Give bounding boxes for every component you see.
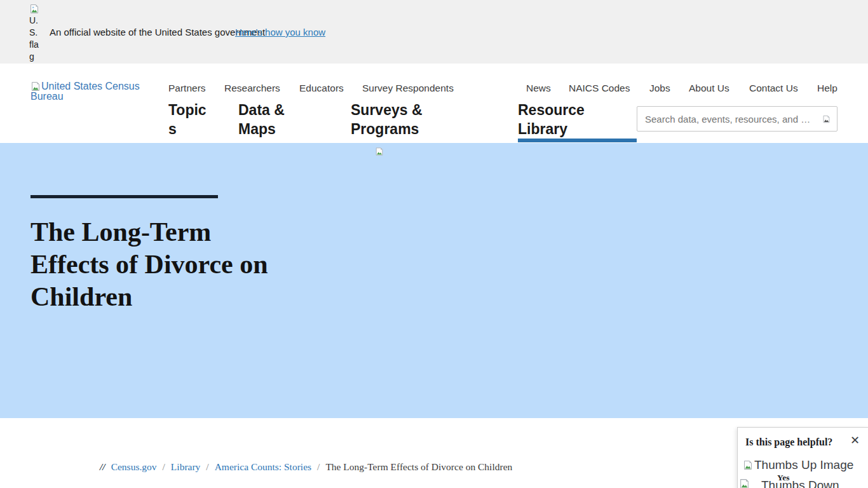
census-logo-alt-text: United States Census Bureau (31, 81, 140, 102)
utility-nav-educators[interactable]: Educators (299, 83, 344, 94)
hero-banner: The Long-Term Effects of Divorce on Chil… (0, 143, 868, 418)
utility-nav-news[interactable]: News (526, 83, 551, 94)
breadcrumb-library[interactable]: Library (171, 461, 200, 473)
thumbs-down-icon (739, 478, 750, 488)
active-nav-indicator (518, 139, 637, 142)
heres-how-you-know-link[interactable]: Here's how you know (235, 27, 325, 37)
search-box (637, 106, 837, 132)
utility-nav-naics-codes[interactable]: NAICS Codes (569, 83, 630, 94)
thumbs-up-icon (743, 460, 753, 470)
main-nav-data-maps[interactable]: Data & Maps (238, 100, 292, 139)
breadcrumb: // Census.gov / Library / America Counts… (100, 461, 512, 473)
thumbs-down-button[interactable]: Thumbs Down (739, 478, 839, 488)
us-flag-broken-image: U.S. flag (29, 4, 43, 63)
thumbs-up-button[interactable]: Thumbs Up Image (743, 458, 853, 472)
breadcrumb-separator: / (163, 461, 165, 473)
utility-nav-contact-us[interactable]: Contact Us (749, 83, 798, 94)
thumbs-up-alt-text: Thumbs Up Image (754, 458, 853, 472)
breadcrumb-separator: / (317, 461, 320, 473)
search-icon[interactable] (822, 115, 831, 123)
utility-nav-help[interactable]: Help (817, 83, 837, 94)
census-page: U.S. flag An official website of the Uni… (0, 0, 868, 488)
utility-nav-researchers[interactable]: Researchers (224, 83, 280, 94)
hero-broken-image-icon (375, 147, 384, 156)
us-flag-alt-text: U.S. flag (29, 15, 39, 62)
main-nav-surveys-programs[interactable]: Surveys & Programs (351, 100, 426, 139)
gov-banner: U.S. flag An official website of the Uni… (0, 0, 868, 64)
title-divider (31, 195, 218, 198)
site-header: United States Census Bureau Partners Res… (0, 64, 868, 143)
search-input[interactable] (637, 107, 837, 131)
utility-nav-survey-respondents[interactable]: Survey Respondents (362, 83, 454, 94)
breadcrumb-census-gov[interactable]: Census.gov (111, 461, 157, 473)
breadcrumb-separator: / (206, 461, 208, 473)
breadcrumb-home-icon[interactable]: // (100, 461, 105, 473)
census-logo[interactable]: United States Census Bureau (31, 81, 142, 102)
feedback-title: Is this page helpful? (745, 437, 832, 448)
utility-nav-jobs[interactable]: Jobs (649, 83, 670, 94)
breadcrumb-current-page: The Long-Term Effects of Divorce on Chil… (325, 461, 512, 473)
breadcrumb-america-counts[interactable]: America Counts: Stories (215, 461, 311, 473)
utility-nav-partners[interactable]: Partners (168, 83, 206, 94)
feedback-widget: Is this page helpful? ✕ Thumbs Up Image … (737, 427, 868, 488)
broken-image-icon (29, 4, 39, 14)
close-icon[interactable]: ✕ (850, 433, 860, 447)
page-title: The Long-Term Effects of Divorce on Chil… (31, 216, 285, 313)
utility-nav-about-us[interactable]: About Us (689, 83, 729, 94)
thumbs-down-alt-text: Thumbs Down (761, 478, 839, 488)
main-nav-resource-library[interactable]: Resource Library (518, 100, 597, 139)
official-site-text: An official website of the United States… (50, 27, 265, 37)
broken-image-icon (31, 81, 41, 92)
main-nav-topics[interactable]: Topics (168, 100, 209, 139)
